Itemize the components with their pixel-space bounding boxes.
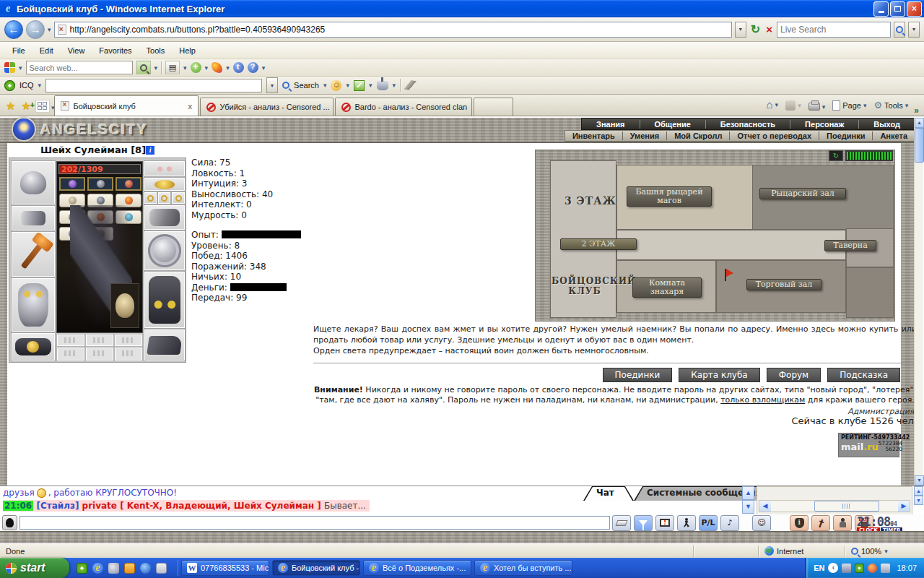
toolbar-overflow-icon[interactable]: » (912, 105, 921, 116)
sound-icon[interactable]: ♪ (720, 515, 739, 531)
pl-toggle[interactable]: P/L (699, 515, 718, 531)
tray-chevron-icon[interactable]: ‹ (828, 563, 838, 573)
nav-inventar[interactable]: Инвентарь (565, 131, 622, 140)
favorites-star-icon[interactable]: ★ (3, 100, 18, 116)
nav-umeniya[interactable]: Умения (622, 131, 666, 140)
task-fight-club[interactable]: e Бойцовский клуб - ... (272, 560, 360, 576)
pet-slot[interactable] (110, 283, 139, 328)
slot-ring-1[interactable] (144, 192, 157, 204)
rune-slot[interactable] (116, 177, 141, 191)
banner-trade[interactable]: Торговый зал (746, 279, 821, 290)
banner-tavern[interactable]: Таверна (824, 240, 876, 251)
hscroll-thumb[interactable] (814, 501, 879, 512)
map-refresh-icon[interactable]: ↻ (829, 150, 843, 161)
agent-tray-icon[interactable] (868, 564, 877, 573)
menu-edit[interactable]: Edit (33, 44, 60, 57)
empty-slot[interactable] (86, 335, 113, 346)
nav-scroll[interactable]: Мой Скролл (666, 131, 729, 140)
hscroll-left-icon[interactable]: ◀ (759, 501, 771, 512)
icq-search-label[interactable]: Search (294, 81, 319, 90)
page-scrollbar[interactable]: ▲ ▼ (914, 118, 923, 486)
stop-icon[interactable]: × (764, 23, 774, 35)
emote-button[interactable] (2, 515, 17, 530)
icq-smiley-icon[interactable] (331, 80, 341, 91)
chat-tab[interactable]: Чат (583, 486, 634, 501)
slot-weapon[interactable] (12, 232, 55, 277)
menu-tools[interactable]: Tools (140, 44, 172, 57)
nav-vykhod[interactable]: Выход (858, 120, 915, 129)
network-tray-icon[interactable] (842, 564, 851, 573)
icq-search-dropdown[interactable]: ▾ (323, 82, 327, 89)
hackers-link[interactable]: только взломщикам (720, 395, 805, 405)
chat-scroll-down-icon[interactable]: ▼ (742, 500, 754, 514)
forward-button[interactable]: → (26, 20, 45, 39)
tools-button[interactable]: ⚙Tools▾ (870, 98, 912, 116)
home-button[interactable]: ⌂▾ (763, 96, 783, 116)
hint-button[interactable]: Подсказка (827, 368, 900, 382)
nav-znaniya[interactable]: Знания (582, 120, 639, 129)
msn-butterfly-icon[interactable] (212, 62, 222, 73)
slot-amulet[interactable] (144, 178, 185, 191)
trade-icon[interactable] (833, 515, 852, 531)
search-web-input[interactable] (26, 61, 133, 74)
back-button[interactable]: ← (4, 20, 23, 39)
mailru-rating-badge[interactable]: РЕЙТИНГ-549733442 mail.ru 572238456220 (838, 433, 899, 457)
url-input[interactable] (70, 25, 728, 35)
slot-belt[interactable] (12, 333, 55, 361)
slot-armor[interactable] (12, 278, 55, 332)
slot-ring-3[interactable] (172, 192, 185, 204)
nav-bezopasnost[interactable]: Безопасность (705, 120, 790, 129)
icq-check-icon[interactable]: ✓ (354, 80, 365, 91)
icq-flower-icon[interactable] (4, 80, 15, 91)
chat-input[interactable] (19, 516, 610, 530)
smileys-button[interactable]: ☺ (752, 515, 771, 531)
page-button[interactable]: Page▾ (829, 98, 870, 116)
icq-combo-input[interactable] (45, 79, 262, 92)
feeds-button[interactable]: ▾ (782, 98, 805, 116)
msn-logo-icon[interactable] (4, 62, 15, 73)
duels-button[interactable]: Поединки (603, 368, 673, 382)
empty-slot[interactable] (115, 348, 142, 361)
icq-smiley-dropdown[interactable]: ▾ (346, 82, 349, 89)
search-web-dropdown[interactable]: ▾ (154, 64, 158, 72)
icq-check-dropdown[interactable]: ▾ (369, 82, 372, 89)
slot-boots[interactable] (144, 329, 185, 361)
slot-gauntlets[interactable] (144, 205, 185, 230)
search-go-button[interactable] (894, 22, 905, 38)
minimize-button[interactable] (873, 1, 889, 17)
icq-quicklaunch-icon[interactable] (77, 563, 87, 574)
tab-censored-2[interactable]: Bardo - анализ - Censored clan (335, 98, 472, 116)
icq-games-dropdown[interactable]: ▾ (393, 82, 396, 89)
tab-close-icon[interactable]: x (183, 102, 192, 111)
icq-dropdown[interactable]: ▾ (38, 82, 42, 89)
status-zoom[interactable]: 100% ▾ (845, 545, 924, 557)
menu-favorites[interactable]: Favorites (92, 44, 138, 57)
eraser-icon[interactable] (612, 515, 631, 531)
empty-slot[interactable] (57, 335, 84, 346)
task-word-doc[interactable]: W 07766835533 - Micro... (181, 560, 269, 576)
banner-floor2[interactable]: 2 ЭТАЖ (560, 238, 637, 250)
slot-leggings[interactable] (144, 272, 185, 328)
task-join-request[interactable]: e Хотел бы вступить ... (474, 560, 572, 576)
slot-helmet[interactable] (12, 161, 55, 204)
new-tab-button[interactable] (474, 98, 513, 116)
app-quicklaunch-icon[interactable] (108, 563, 119, 574)
icq-tray-icon[interactable] (855, 564, 864, 573)
mini-down-icon[interactable]: ▼ (914, 496, 923, 505)
runner-icon[interactable] (677, 515, 696, 531)
url-dropdown[interactable]: ▾ (735, 22, 746, 38)
icq-games-icon[interactable] (377, 81, 388, 90)
nav-obshchenie[interactable]: Общение (640, 120, 705, 129)
add-content-icon[interactable] (191, 62, 201, 73)
help-dropdown[interactable]: ▾ (262, 64, 266, 72)
nav-personazh[interactable]: Персонаж (790, 120, 858, 129)
banner-knight-hall[interactable]: Рыцарский зал (759, 188, 846, 199)
forum-button[interactable]: Форум (767, 368, 821, 382)
chat-hscrollbar[interactable]: ◀ ▶ (759, 500, 910, 512)
filter-icon[interactable] (634, 515, 653, 531)
menu-help[interactable]: Help (173, 44, 202, 57)
butterfly-dropdown[interactable]: ▾ (226, 64, 230, 72)
nav-anketa[interactable]: Анкета (872, 131, 915, 140)
menu-file[interactable]: File (6, 44, 32, 57)
language-indicator[interactable]: EN (814, 564, 824, 572)
